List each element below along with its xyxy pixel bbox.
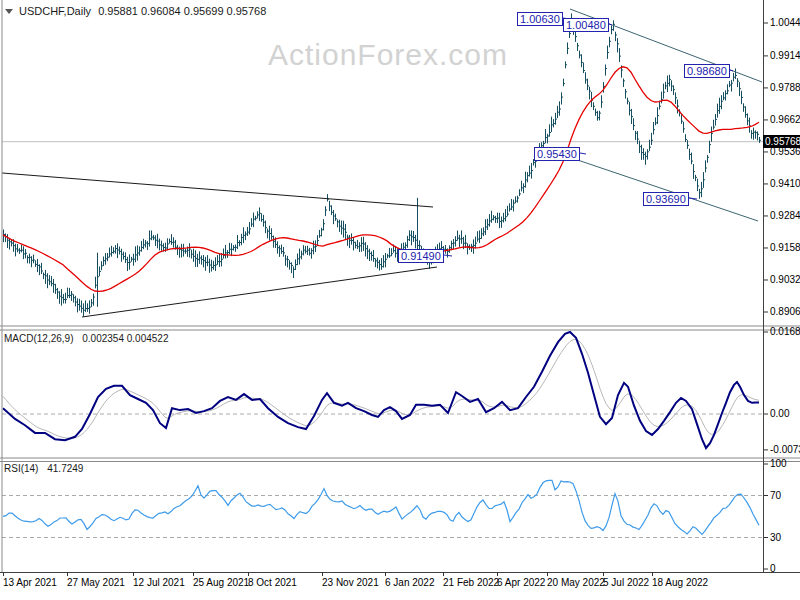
x-axis-date-label: 13 Apr 2021 (3, 577, 57, 588)
price-label-connector (609, 24, 612, 25)
x-axis-date-label: 12 Jul 2021 (133, 577, 185, 588)
y-axis-price-label: 0.99145 (770, 50, 800, 62)
symbol-period-label: USDCHF,Daily (19, 5, 91, 17)
rsi-axis-label: 70 (770, 490, 781, 502)
price-close-ticks (4, 20, 761, 310)
chart-title: USDCHF,Daily 0.95881 0.96084 0.95699 0.9… (5, 5, 266, 17)
y-axis-price-label: 0.92845 (770, 210, 800, 222)
x-axis-date-label: 6 Apr 2022 (497, 577, 545, 588)
collapse-triangle-icon[interactable] (5, 9, 13, 14)
macd-axis-label: -0.007393 (770, 444, 800, 456)
chart-canvas[interactable] (0, 0, 800, 600)
price-level-label[interactable]: 0.91490 (398, 249, 444, 263)
macd-panel-label: MACD(12,26,9) 0.002354 0.004522 (4, 333, 174, 344)
macd-axis-label: 0.00 (770, 408, 789, 420)
rsi-indicator-name: RSI(14) (4, 463, 38, 474)
x-axis-date-label: 20 May 2022 (547, 577, 605, 588)
mt4-chart-window: ActionForex.com USDCHF,Daily 0.95881 0.9… (0, 0, 800, 600)
y-axis-price-label: 0.94105 (770, 178, 800, 190)
price-level-label[interactable]: 0.98680 (684, 64, 730, 78)
rsi-panel-label: RSI(14) 41.7249 (4, 463, 89, 474)
x-axis-date-label: 21 Feb 2022 (443, 577, 499, 588)
macd-signal-line (3, 339, 759, 438)
x-axis-date-label: 23 Nov 2021 (322, 577, 379, 588)
moving-average-line (3, 67, 759, 292)
y-axis-price-label: 0.96625 (770, 114, 800, 126)
x-axis-date-label: 5 Jul 2022 (603, 577, 649, 588)
price-label-connector (444, 255, 452, 256)
rsi-indicator-value: 41.7249 (47, 463, 83, 474)
price-level-label[interactable]: 0.95430 (534, 147, 580, 161)
x-axis-date-label: 8 Oct 2021 (248, 577, 297, 588)
price-level-label[interactable]: 1.00480 (563, 18, 609, 32)
macd-line (3, 332, 759, 448)
ohlc-values: 0.95881 0.96084 0.95699 0.95768 (98, 5, 266, 17)
rsi-axis-label: 100 (770, 458, 787, 470)
rsi-axis-label: 0 (770, 563, 776, 575)
price-label-connector (730, 70, 733, 71)
y-axis-price-label: 0.91585 (770, 242, 800, 254)
y-axis-price-label: 0.89065 (770, 306, 800, 318)
price-level-label[interactable]: 1.00630 (517, 12, 563, 26)
y-axis-price-label: 0.90325 (770, 274, 800, 286)
x-axis-date-label: 27 May 2021 (67, 577, 125, 588)
y-axis-price-label: 1.00440 (770, 17, 800, 29)
macd-indicator-values: 0.002354 0.004522 (82, 333, 168, 344)
price-level-label[interactable]: 0.93690 (643, 192, 689, 206)
macd-indicator-name: MACD(12,26,9) (4, 333, 73, 344)
price-label-connector (689, 198, 697, 199)
y-axis-price-label: 0.97885 (770, 82, 800, 94)
x-axis-date-label: 25 Aug 2021 (193, 577, 249, 588)
rsi-line (3, 480, 759, 534)
x-axis-date-label: 18 Aug 2022 (652, 577, 708, 588)
y-axis-price-label: 0.95365 (770, 146, 800, 158)
x-axis-date-label: 6 Jan 2022 (385, 577, 435, 588)
macd-axis-label: 0.016893 (770, 326, 800, 338)
trendline (2, 173, 433, 207)
rsi-axis-label: 30 (770, 532, 781, 544)
price-label-connector (580, 153, 586, 154)
price-bar-series (4, 13, 760, 316)
